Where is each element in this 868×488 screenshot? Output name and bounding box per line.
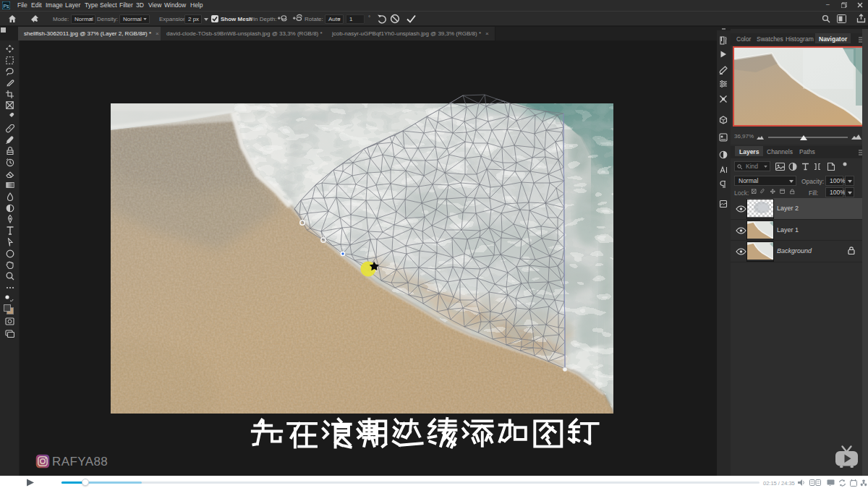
svg-text:Ps: Ps	[3, 4, 9, 9]
